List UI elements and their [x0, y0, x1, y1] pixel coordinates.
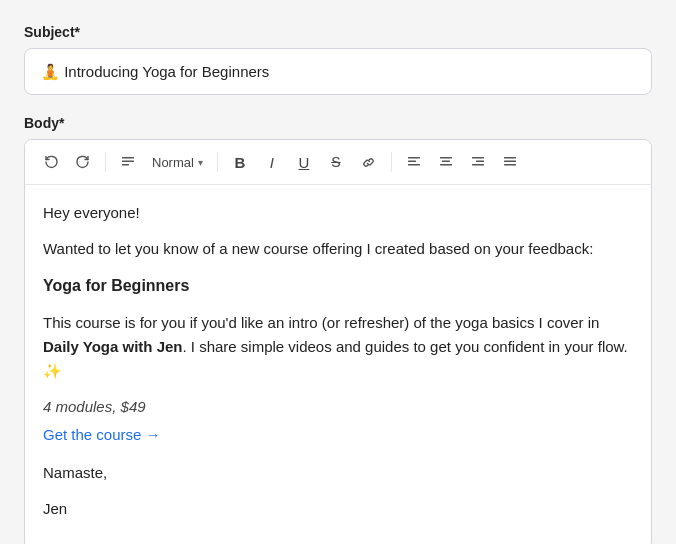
- italic-icon: I: [270, 154, 274, 171]
- link-button[interactable]: [354, 148, 383, 176]
- svg-rect-0: [122, 157, 134, 159]
- align-justify-button[interactable]: [496, 148, 524, 176]
- subject-label: Subject*: [24, 24, 652, 40]
- course-desc-bold: Daily Yoga with Jen: [43, 338, 182, 355]
- align-left-button[interactable]: [400, 148, 428, 176]
- cta-link[interactable]: Get the course →: [43, 426, 161, 443]
- svg-rect-5: [408, 164, 420, 166]
- svg-rect-12: [504, 157, 516, 159]
- subject-input[interactable]: [24, 48, 652, 95]
- svg-rect-10: [476, 161, 484, 163]
- svg-rect-13: [504, 161, 516, 163]
- underline-icon: U: [298, 154, 309, 171]
- strikethrough-icon: S: [331, 154, 340, 170]
- body-editor: Normal ▾ B I U S: [24, 139, 652, 544]
- svg-rect-14: [504, 164, 516, 166]
- divider-3: [391, 152, 392, 172]
- style-label: Normal: [152, 155, 194, 170]
- bold-button[interactable]: B: [226, 148, 254, 176]
- svg-rect-3: [408, 157, 420, 159]
- editor-toolbar: Normal ▾ B I U S: [25, 140, 651, 185]
- divider-1: [105, 152, 106, 172]
- italic-button[interactable]: I: [258, 148, 286, 176]
- chevron-down-icon: ▾: [198, 157, 203, 168]
- style-dropdown[interactable]: Normal ▾: [146, 151, 209, 174]
- sign-off-2: Jen: [43, 497, 633, 521]
- divider-2: [217, 152, 218, 172]
- greeting-text: Hey everyone!: [43, 201, 633, 225]
- course-desc-text: This course is for you if you'd like an …: [43, 311, 633, 383]
- svg-rect-9: [472, 157, 484, 159]
- sign-off-1: Namaste,: [43, 461, 633, 485]
- redo-button[interactable]: [69, 148, 97, 176]
- strikethrough-button[interactable]: S: [322, 148, 350, 176]
- paragraph-style-icon-button[interactable]: [114, 148, 142, 176]
- bold-icon: B: [234, 154, 245, 171]
- svg-rect-8: [440, 164, 452, 166]
- pricing-text: 4 modules, $49: [43, 395, 633, 419]
- undo-button[interactable]: [37, 148, 65, 176]
- align-right-button[interactable]: [464, 148, 492, 176]
- editor-body[interactable]: Hey everyone! Wanted to let you know of …: [25, 185, 651, 544]
- svg-rect-2: [122, 164, 129, 166]
- svg-rect-6: [440, 157, 452, 159]
- svg-rect-11: [472, 164, 484, 166]
- cta-paragraph: Get the course →: [43, 423, 633, 447]
- email-form: Subject* Body*: [24, 24, 652, 544]
- align-center-button[interactable]: [432, 148, 460, 176]
- svg-rect-7: [442, 161, 450, 163]
- sign-off: Namaste, Jen: [43, 461, 633, 521]
- svg-rect-1: [122, 161, 134, 163]
- body-label: Body*: [24, 115, 652, 131]
- course-title-text: Yoga for Beginners: [43, 273, 633, 299]
- course-desc-part1: This course is for you if you'd like an …: [43, 314, 599, 331]
- svg-rect-4: [408, 161, 416, 163]
- underline-button[interactable]: U: [290, 148, 318, 176]
- intro-text: Wanted to let you know of a new course o…: [43, 237, 633, 261]
